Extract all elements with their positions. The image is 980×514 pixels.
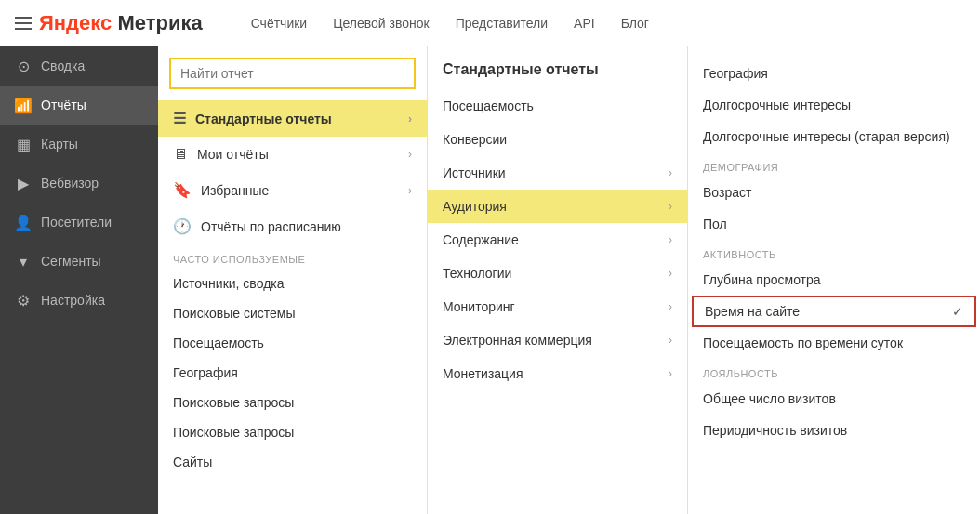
hamburger-icon[interactable] (15, 17, 32, 30)
chevron-right-icon: › (669, 166, 672, 179)
sub-item-total-visits[interactable]: Общее число визитов (688, 383, 980, 415)
logo-area: Яндекс Метрика (15, 11, 203, 35)
sidebar-item-reports[interactable]: 📶 Отчёты (0, 86, 158, 125)
maps-icon: ▦ (15, 136, 32, 152)
menu-item-my-reports[interactable]: 🖥 Мои отчёты › (158, 137, 427, 172)
sidebar-item-settings[interactable]: ⚙ Настройка (0, 281, 158, 320)
panel3: География Долгосрочные интересы Долгосро… (688, 46, 980, 514)
report-item-8[interactable]: Монетизация › (428, 357, 687, 390)
chevron-right-icon: › (669, 300, 672, 313)
logo-metrika: Метрика (117, 11, 202, 34)
sidebar-label-maps: Карты (41, 137, 78, 152)
standard-icon: ☰ (173, 110, 186, 127)
sub-item-time-of-day[interactable]: Посещаемость по времени суток (688, 327, 980, 359)
sidebar-item-visitors[interactable]: 👤 Посетители (0, 203, 158, 242)
report-label-4: Содержание (443, 232, 519, 247)
content-area: ☰ Стандартные отчеты › 🖥 Мои отчёты › 🔖 … (158, 46, 980, 514)
sidebar-label-visitors: Посетители (41, 215, 112, 230)
check-icon: ✓ (952, 304, 963, 319)
freq-item-3[interactable]: География (158, 358, 427, 388)
chevron-right-icon: › (669, 233, 672, 246)
report-label-1: Конверсии (443, 132, 507, 147)
report-item-3[interactable]: Аудитория › (428, 190, 687, 223)
nav-link-predstaviteli[interactable]: Представители (456, 16, 548, 31)
report-label-0: Посещаемость (443, 99, 534, 113)
chevron-right-icon2: › (408, 148, 412, 161)
top-nav: Яндекс Метрика Счётчики Целевой звонок П… (0, 0, 980, 46)
chevron-right-icon: › (669, 334, 672, 347)
report-item-0[interactable]: Посещаемость (428, 89, 687, 123)
sidebar: ⊙ Сводка 📶 Отчёты ▦ Карты ▶ Вебвизор 👤 П… (0, 46, 158, 514)
visitors-icon: 👤 (15, 214, 32, 231)
section-label-frequent: ЧАСТО ИСПОЛЬЗУЕМЫЕ (158, 244, 427, 269)
nav-link-zvonok[interactable]: Целевой звонок (333, 16, 430, 31)
sub-item-interests-old[interactable]: Долгосрочные интересы (старая версия) (688, 121, 980, 152)
panel2-title: Стандартные отчеты (428, 58, 687, 89)
report-item-2[interactable]: Источники › (428, 156, 687, 190)
panel1: ☰ Стандартные отчеты › 🖥 Мои отчёты › 🔖 … (158, 46, 428, 514)
freq-item-1[interactable]: Поисковые системы (158, 298, 427, 328)
webvisor-icon: ▶ (15, 175, 32, 191)
scheduled-icon: 🕐 (173, 217, 192, 235)
section-label-demography: ДЕМОГРАФИЯ (688, 152, 980, 177)
nav-link-api[interactable]: API (574, 16, 595, 31)
menu-item-standard[interactable]: ☰ Стандартные отчеты › (158, 100, 427, 137)
menu-label-favorites: Избранные (201, 183, 269, 198)
search-input[interactable] (169, 58, 416, 89)
report-item-5[interactable]: Технологии › (428, 257, 687, 290)
menu-item-favorites[interactable]: 🔖 Избранные › (158, 172, 427, 208)
logo-ya: Яндекс (39, 11, 112, 34)
top-nav-links: Счётчики Целевой звонок Представители AP… (251, 16, 649, 31)
chevron-right-icon: › (408, 112, 412, 125)
logo: Яндекс Метрика (39, 11, 203, 35)
sidebar-item-svodka[interactable]: ⊙ Сводка (0, 46, 158, 86)
favorites-icon: 🔖 (173, 181, 192, 199)
time-on-site-label: Время на сайте (705, 304, 800, 319)
sub-item-geo[interactable]: География (688, 58, 980, 89)
report-item-1[interactable]: Конверсии (428, 123, 687, 156)
sidebar-label-reports: Отчёты (41, 98, 86, 112)
report-item-7[interactable]: Электронная коммерция › (428, 323, 687, 357)
freq-item-5[interactable]: Поисковые запросы (158, 417, 427, 447)
sub-item-age[interactable]: Возраст (688, 177, 980, 208)
settings-icon: ⚙ (15, 292, 32, 309)
report-item-4[interactable]: Содержание › (428, 223, 687, 257)
sub-item-interests[interactable]: Долгосрочные интересы (688, 89, 980, 121)
panel2: Стандартные отчеты Посещаемость Конверси… (428, 46, 688, 514)
sidebar-item-maps[interactable]: ▦ Карты (0, 125, 158, 164)
sidebar-label-settings: Настройка (41, 293, 105, 308)
menu-item-scheduled[interactable]: 🕐 Отчёты по расписанию (158, 208, 427, 244)
chevron-right-icon3: › (408, 184, 412, 197)
sidebar-item-webvisor[interactable]: ▶ Вебвизор (0, 164, 158, 203)
menu-label-scheduled: Отчёты по расписанию (201, 219, 341, 234)
chevron-right-icon: › (669, 267, 672, 280)
search-box (169, 58, 416, 89)
svodka-icon: ⊙ (15, 58, 32, 74)
section-label-activity: АКТИВНОСТЬ (688, 240, 980, 264)
report-label-7: Электронная коммерция (443, 333, 592, 348)
report-item-6[interactable]: Мониторинг › (428, 290, 687, 323)
freq-item-0[interactable]: Источники, сводка (158, 269, 427, 298)
sub-item-gender[interactable]: Пол (688, 208, 980, 240)
freq-item-4[interactable]: Поисковые запросы (158, 388, 427, 417)
sub-item-visit-frequency[interactable]: Периодичность визитов (688, 415, 980, 446)
my-reports-icon: 🖥 (173, 146, 188, 163)
report-label-6: Мониторинг (443, 299, 515, 314)
section-label-loyalty: ЛОЯЛЬНОСТЬ (688, 359, 980, 383)
nav-link-schetschiki[interactable]: Счётчики (251, 16, 308, 31)
report-label-5: Технологии (443, 266, 511, 281)
chevron-right-icon: › (669, 367, 672, 380)
nav-link-blog[interactable]: Блог (621, 16, 649, 31)
freq-item-6[interactable]: Сайты (158, 447, 427, 477)
sidebar-label-svodka: Сводка (41, 59, 85, 73)
report-label-2: Источники (443, 165, 506, 180)
sub-item-time-on-site[interactable]: Время на сайте ✓ (692, 296, 976, 327)
report-label-8: Монетизация (443, 366, 523, 381)
sidebar-label-segments: Сегменты (41, 254, 101, 269)
freq-item-2[interactable]: Посещаемость (158, 328, 427, 358)
segments-icon: ▾ (15, 253, 32, 270)
chevron-right-icon: › (669, 200, 672, 213)
sub-item-depth[interactable]: Глубина просмотра (688, 264, 980, 296)
report-label-3: Аудитория (443, 199, 507, 214)
sidebar-item-segments[interactable]: ▾ Сегменты (0, 242, 158, 281)
